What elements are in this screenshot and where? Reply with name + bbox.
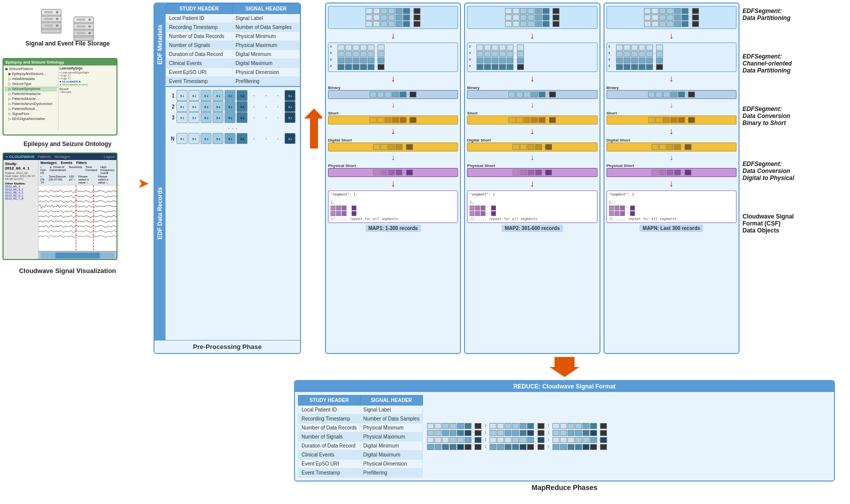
- cw-events-label: Events: [61, 161, 72, 164]
- edf-metadata-label: EDF Metadata: [154, 4, 166, 86]
- study-field-2: Number of Data Records: [166, 32, 232, 41]
- cw-tc-val: Please select a value ÷: [78, 175, 95, 184]
- ont-item-2[interactable]: ▶ EpilepsyAndSeizure...: [4, 72, 57, 76]
- arrow-storage-to-edf: ➤: [136, 12, 150, 354]
- map2-digital-row: ··: [512, 144, 552, 150]
- ontology-box: Epilepsy and Seizure Ontology ▶ SeizureF…: [2, 58, 118, 136]
- scn-s6: s₆: [236, 133, 248, 144]
- purple-arrow-1: ↓: [391, 153, 395, 162]
- cw-timeline-bar: [38, 251, 116, 260]
- mapn-physical-block: ··: [606, 168, 736, 177]
- svg-rect-20: [76, 25, 85, 28]
- orange-arrow-2a: ↓: [530, 100, 534, 110]
- ontology-detail: LateralitySign • LateralizedSignRight • …: [58, 66, 116, 130]
- cw-study-5[interactable]: 2012_60_7_8: [5, 197, 36, 200]
- table-row: Recording Timestamp Number of Data Sampl…: [166, 23, 300, 32]
- red-arrow-2a: ↓: [530, 30, 534, 41]
- svg-marker-28: [550, 357, 580, 377]
- mapn-row2: ··: [608, 14, 734, 20]
- sc2-s3: s₃: [200, 101, 212, 112]
- ontology-body: ▶ SeizureFeature ▶ EpilepsyAndSeizure...…: [4, 66, 116, 130]
- ont-item-11[interactable]: ▷ EEGSignalNormative: [4, 116, 57, 122]
- r-sig6: Digital Maximum: [360, 450, 422, 460]
- svg-marker-27: [304, 108, 322, 148]
- csfn-signal-rows: ·· ··: [609, 206, 734, 216]
- mapn-ch-r1: s ··: [608, 44, 734, 50]
- mc-sn: [414, 8, 420, 14]
- mapn-row3: ··: [608, 21, 734, 27]
- map1-binary-block: ··: [328, 90, 458, 99]
- ont-item-8[interactable]: ▷ PatientsNeuroDysfunction: [4, 102, 57, 106]
- map1-partition-block: ·· ·· ··: [328, 6, 458, 29]
- mapn-label: MAPN: Last 300 records: [640, 224, 703, 232]
- mapn-channel-block: s ·· s ·· s ·· s ··: [606, 42, 736, 72]
- ont-item-7[interactable]: ▷ PatientsMuscle...: [4, 96, 57, 102]
- red-arrow-1c: ↓: [391, 126, 396, 136]
- mapn-binary-section: Binary ··: [606, 86, 736, 99]
- reduce-row: Number of Data RecordsPhysical Minimum: [298, 424, 423, 432]
- edf-data-records: 1 s₁ s₂ s₃ s₄ s₅ s₆ · · · sₙ: [166, 87, 300, 340]
- map1-binary-row: ··: [370, 92, 416, 98]
- cloudwave-label: Cloudwave Signal Visualization: [2, 267, 132, 274]
- reduce-grid-row-1: ·· | ·· | ··: [427, 423, 831, 429]
- map2-ch-r3: s ··: [469, 58, 595, 64]
- sc2-dot1: ·: [248, 101, 260, 112]
- sc-s1: s₁: [176, 90, 188, 101]
- mc-s1: [366, 8, 372, 14]
- ont-item-1[interactable]: ▶ SeizureFeature: [4, 66, 57, 72]
- ont-item-4[interactable]: ▷ SeizureType: [4, 82, 57, 86]
- sc3-s3: s₃: [200, 112, 212, 123]
- nav-logout[interactable]: Logout: [104, 155, 114, 158]
- short-label-2: Short: [467, 111, 597, 116]
- purple-arrow-2: ↓: [530, 153, 534, 162]
- study-field-3: Number of Signals: [166, 41, 232, 50]
- map2-column: ·· ·· ·· ↓ s ··: [464, 2, 600, 354]
- ont-item-10[interactable]: ▷ SignalFlow: [4, 112, 57, 116]
- nav-montages[interactable]: Montages: [54, 155, 70, 158]
- map2-short-section: Short ··: [467, 111, 597, 124]
- mapn-partition-block: ·· ·· ··: [606, 6, 736, 29]
- record-num-1: 1: [168, 93, 174, 98]
- map2-row2: ··: [469, 14, 595, 20]
- map1-channel-rows: s ·· s ·· s ·· s ··: [330, 44, 456, 70]
- r-s5: Duration of Data Record: [298, 442, 360, 450]
- big-arrow-edf-to-maps: [304, 0, 322, 354]
- signal-cells-3: s₁ s₂ s₃ s₄ s₅ s₆ · · · sₙ: [176, 112, 296, 123]
- reduce-signal-grid: ·· | ·· | ·· ·· | ·· | ··: [427, 423, 831, 450]
- short-label-1: Short: [328, 111, 458, 116]
- cw-study-title: Study: 2012_60_4_1: [5, 162, 36, 170]
- digital-label-1: Digital Short: [328, 138, 458, 142]
- ont-item-3[interactable]: ▷ InitialMetadata: [4, 76, 57, 82]
- main-layout: Signal and Event File Storage Epilepsy a…: [0, 0, 840, 494]
- sc-s3: s₃: [200, 90, 212, 101]
- table-row: Event Timestamp Prefiltering: [166, 77, 300, 86]
- csfn-sig-row-2: ··: [609, 211, 734, 216]
- cloudwave-logo: ⌁ CLOUDWAVE: [6, 154, 35, 159]
- digital-label-2: Digital Short: [467, 138, 597, 142]
- svg-point-17: [88, 25, 91, 28]
- ont-item-9[interactable]: ▷ PatientsResult...: [4, 106, 57, 112]
- table-row: Local Patient ID Signal Label: [166, 14, 300, 23]
- map1-physical-section: Physical Short ··: [328, 164, 458, 177]
- r-sig8: Prefiltering: [360, 468, 422, 478]
- map2-binary-section: Binary ··: [467, 86, 597, 99]
- svg-rect-19: [76, 18, 85, 21]
- r-s1: Local Patient ID: [298, 406, 360, 414]
- mapn-ch-r3: s ··: [608, 58, 734, 64]
- sc2-s1: s₁: [176, 101, 188, 112]
- map2-physical-section: Physical Short ··: [467, 164, 597, 177]
- cw-event-tonic: TonicSeizure (05:47:55): [49, 175, 66, 184]
- map1-physical-block: ··: [328, 168, 458, 177]
- sc3-dot3: ·: [272, 112, 284, 123]
- sc-s2: s₂: [188, 90, 200, 101]
- map1-short-row: ··: [370, 117, 416, 123]
- sc-s4: s₄: [212, 90, 224, 101]
- edf-data-label: EDF Data Records: [154, 87, 166, 340]
- nav-patients[interactable]: Patients: [38, 155, 50, 158]
- ont-detail-body: • LateralizedSignRight • Fdp-77 • Fdp-77…: [60, 71, 116, 94]
- csf-repeat-text-1: // ..... repeat for all segments: [330, 217, 456, 221]
- ont-item-5[interactable]: ▷ SeizureSymptoms: [4, 86, 57, 92]
- svg-point-7: [56, 24, 58, 27]
- red-arrow-1a: ↓: [391, 30, 396, 41]
- ont-item-6[interactable]: ▷ PatientsHeadache: [4, 92, 57, 96]
